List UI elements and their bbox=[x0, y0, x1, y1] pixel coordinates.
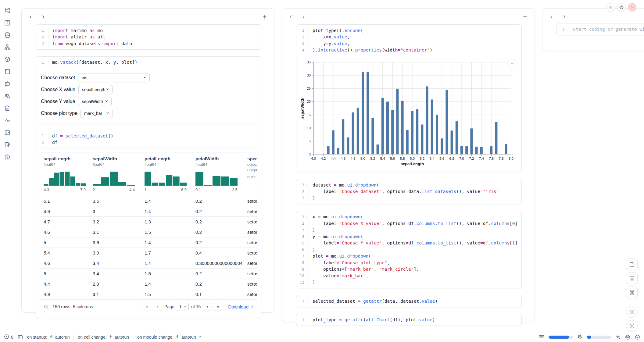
run-mode-on-startup[interactable]: on startup: autorun bbox=[27, 335, 70, 340]
memory-usage-bar[interactable] bbox=[549, 336, 573, 339]
code-cell-selected-dataset: 1selected_dataset = getattr(data, datase… bbox=[296, 295, 522, 307]
code-editor[interactable]: 1mo.vstack([dataset, x, y, plot]) bbox=[36, 57, 261, 68]
close-button[interactable] bbox=[628, 3, 636, 11]
run-mode-on-module-change[interactable]: on module change: autorun bbox=[137, 335, 202, 340]
help-icon[interactable] bbox=[3, 153, 11, 161]
cpu-usage-bar[interactable] bbox=[587, 336, 611, 339]
add-cell-button[interactable] bbox=[522, 14, 528, 20]
svg-text:4.2: 4.2 bbox=[321, 157, 326, 160]
bar-chart[interactable]: 4.04.24.44.64.85.05.25.45.65.86.06.26.46… bbox=[300, 60, 513, 168]
table-cell: 3.1 bbox=[89, 292, 141, 297]
table-cell: 1.4 bbox=[141, 240, 192, 245]
y-value-select[interactable]: sepalWidth bbox=[78, 97, 112, 106]
function-square-icon[interactable] bbox=[3, 19, 11, 27]
table-cell: 0.2 bbox=[192, 281, 244, 287]
menu-button[interactable] bbox=[606, 3, 614, 11]
svg-text:5.8: 5.8 bbox=[400, 157, 405, 160]
ai-sparkles-button[interactable] bbox=[615, 334, 621, 340]
column-prev-button[interactable] bbox=[28, 15, 33, 19]
table-cell: 4.7 bbox=[40, 219, 89, 224]
next-page-button[interactable] bbox=[203, 303, 211, 311]
code-line: 2 label="Choose dataset", options=data.l… bbox=[296, 188, 521, 195]
connection-status-button[interactable] bbox=[635, 334, 640, 340]
control-row: Choose plot typemark_bar bbox=[41, 109, 256, 118]
run-button[interactable] bbox=[626, 320, 638, 332]
run-mode-on-cell-change[interactable]: on cell change: autorun bbox=[78, 335, 129, 340]
table-header-cell[interactable]: sepalWidthfloat6424.4 bbox=[89, 152, 141, 196]
x-value-select[interactable]: sepalLength bbox=[78, 85, 113, 94]
copilot-button[interactable] bbox=[625, 334, 631, 340]
table-row: 4.63.41.40.30000000000000004setosa bbox=[40, 258, 257, 268]
activity-icon[interactable] bbox=[3, 116, 11, 124]
command-palette-button[interactable] bbox=[626, 287, 638, 298]
database-icon[interactable] bbox=[3, 31, 11, 39]
first-page-button[interactable] bbox=[143, 303, 151, 311]
prev-page-button[interactable] bbox=[154, 303, 162, 311]
column-prev-button[interactable] bbox=[289, 15, 293, 19]
memory-icon bbox=[538, 334, 545, 341]
table-cell: 3.4 bbox=[89, 271, 141, 276]
log-search-icon[interactable] bbox=[3, 92, 11, 100]
code-cell-imports: 1import marimo as mo2import altair as al… bbox=[36, 24, 261, 50]
terminal-button[interactable] bbox=[17, 334, 23, 340]
dataset-select[interactable]: iris bbox=[78, 73, 150, 82]
dependency-graph-icon[interactable] bbox=[3, 43, 11, 51]
file-tree-icon[interactable] bbox=[3, 7, 11, 15]
column-next-button[interactable] bbox=[562, 15, 566, 19]
code-editor[interactable]: 1df = selected_dataset()2df bbox=[36, 130, 261, 148]
code-editor[interactable]: 1import marimo as mo2import altair as al… bbox=[36, 25, 261, 49]
icon-sidebar bbox=[0, 0, 14, 332]
code-line: 2df bbox=[36, 139, 261, 146]
code-placeholder-input[interactable]: Start coding or generate with bbox=[569, 27, 644, 32]
column-next-button[interactable] bbox=[301, 15, 306, 19]
chart-output: 4.04.24.44.64.85.05.25.45.65.86.06.26.46… bbox=[296, 56, 521, 172]
column-prev-button[interactable] bbox=[549, 15, 554, 19]
code-line: 1plot_type = getattr(alt.Chart(df), plot… bbox=[296, 317, 521, 323]
code-editor[interactable]: 1⌄dataset = mo.ui.dropdown(2 label="Choo… bbox=[296, 179, 521, 204]
svg-text:8.0: 8.0 bbox=[509, 157, 513, 160]
code-editor[interactable]: 1⌄x = mo.ui.dropdown(2 label="Choose X v… bbox=[296, 211, 521, 288]
snippets-icon[interactable] bbox=[3, 129, 11, 137]
table-header-cell[interactable]: petalWidthfloat640.12.5 bbox=[192, 152, 244, 196]
table-cell: 1.4 bbox=[141, 261, 192, 266]
table-header-cell[interactable]: speciesobjectunique:nulls: bbox=[244, 152, 257, 196]
column-histogram bbox=[44, 170, 86, 186]
chatbot-icon[interactable] bbox=[3, 80, 11, 88]
plot-type-label: Choose plot type bbox=[41, 111, 77, 116]
package-icon[interactable] bbox=[3, 55, 11, 63]
generate-link[interactable]: generate bbox=[616, 27, 637, 32]
table-header-cell[interactable]: petalLengthfloat6416.9 bbox=[141, 152, 192, 196]
stop-button[interactable] bbox=[626, 306, 638, 318]
scratchpad-icon[interactable] bbox=[3, 141, 11, 149]
last-page-button[interactable] bbox=[214, 303, 222, 311]
column-next-button[interactable] bbox=[41, 15, 45, 19]
document-icon[interactable] bbox=[3, 104, 11, 112]
save-button[interactable] bbox=[626, 258, 638, 270]
code-line: 3from vega_datasets import data bbox=[36, 40, 261, 47]
code-editor[interactable]: 1plot_type = getattr(alt.Chart(df), plot… bbox=[296, 314, 521, 326]
table-cell: 1.4 bbox=[141, 209, 192, 214]
code-editor[interactable]: 1⌄plot_type().encode(2 x=x.value,3 y=y.v… bbox=[296, 25, 521, 56]
add-cell-button[interactable] bbox=[262, 14, 267, 20]
code-line: 1mo.vstack([dataset, x, y, plot]) bbox=[36, 59, 261, 66]
settings-gear-button[interactable] bbox=[617, 3, 625, 11]
svg-text:4.4: 4.4 bbox=[331, 157, 336, 160]
error-count-button[interactable]: 0 bbox=[4, 334, 13, 340]
download-button[interactable]: Download bbox=[228, 304, 253, 309]
chart-menu-button[interactable] bbox=[508, 59, 517, 68]
scroll-icon[interactable] bbox=[3, 68, 11, 76]
table-header-cell[interactable]: sepalLengthfloat644.37.9 bbox=[40, 152, 89, 196]
plot-type-select[interactable]: mark_bar bbox=[80, 109, 113, 118]
code-line: 1df = selected_dataset() bbox=[36, 133, 261, 139]
table-cell: 1.5 bbox=[141, 271, 192, 276]
code-line: 1import marimo as mo bbox=[36, 27, 261, 34]
search-icon[interactable] bbox=[44, 304, 49, 309]
code-cell-plot: 1⌄plot_type().encode(2 x=x.value,3 y=y.v… bbox=[296, 24, 522, 172]
page-select[interactable]: 1 bbox=[177, 303, 189, 311]
code-editor[interactable]: 1selected_dataset = getattr(data, datase… bbox=[296, 295, 521, 307]
layout-button[interactable] bbox=[626, 273, 638, 284]
table-cell: setosa bbox=[244, 240, 257, 245]
x-value-label: Choose X value bbox=[41, 87, 75, 92]
table-row: 4.93.11.50.1setosa bbox=[40, 289, 257, 299]
errors-icon bbox=[4, 334, 9, 340]
